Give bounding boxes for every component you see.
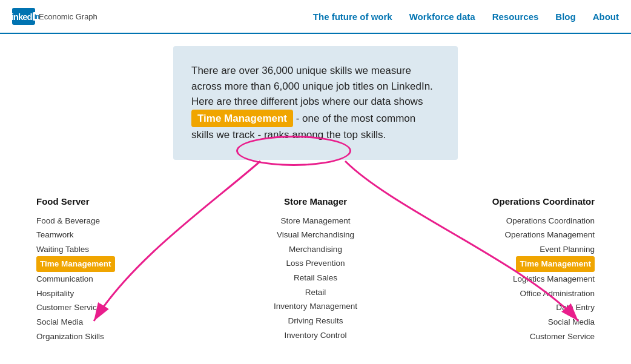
nav-link-workforce[interactable]: Workforce data [409, 12, 475, 22]
col-ops-coordinator-title: Operations Coordinator [474, 196, 595, 207]
list-item: Time Management [474, 256, 595, 272]
col-food-server-items: Food & BeverageTeamworkWaiting TablesTim… [36, 214, 157, 344]
list-item: Teamwork [36, 228, 157, 242]
info-box: There are over 36,000 unique skills we m… [173, 46, 458, 160]
main-content: There are over 36,000 unique skills we m… [0, 46, 631, 356]
list-item: Retail Sales [255, 271, 376, 285]
nav-link-about[interactable]: About [593, 12, 619, 22]
list-item: Data Entry [474, 300, 595, 315]
nav-links: The future of work Workforce data Resour… [313, 12, 619, 22]
info-text-before: There are over 36,000 unique skills we m… [191, 65, 433, 107]
col-ops-coordinator-items: Operations CoordinationOperations Manage… [474, 214, 595, 344]
nav-link-resources[interactable]: Resources [492, 12, 539, 22]
list-item: Operations Management [474, 228, 595, 242]
list-item: Customer Service [36, 300, 157, 315]
list-item: Visual Merchandising [255, 228, 376, 242]
linkedin-logo: Linkedin [12, 8, 35, 25]
list-item: Customer Service [474, 329, 595, 344]
col-ops-coordinator: Operations Coordinator Operations Coordi… [474, 196, 595, 344]
list-item: Waiting Tables [36, 242, 157, 257]
list-item: Office Administration [474, 286, 595, 301]
list-item: Retail [255, 285, 376, 300]
list-item: Event Planning [474, 242, 595, 257]
list-item: Hospitality [36, 286, 157, 301]
logo[interactable]: Linkedin Economic Graph [12, 8, 97, 25]
list-item: Social Media [474, 315, 595, 329]
list-item: Driving Results [255, 314, 376, 328]
navbar: Linkedin Economic Graph The future of wo… [0, 0, 631, 34]
list-item: Merchandising [255, 242, 376, 257]
col-store-manager-items: Store ManagementVisual MerchandisingMerc… [255, 214, 376, 343]
list-item: Loss Prevention [255, 256, 376, 271]
col-food-server-title: Food Server [36, 196, 157, 207]
col-store-manager: Store Manager Store ManagementVisual Mer… [255, 196, 376, 344]
list-item: Time Management [36, 256, 157, 272]
time-management-highlight: Time Management [191, 110, 293, 128]
list-item: Communication [36, 272, 157, 286]
list-item: Store Management [255, 214, 376, 228]
nav-link-blog[interactable]: Blog [555, 12, 575, 22]
list-item: Inventory Management [255, 299, 376, 314]
nav-link-future[interactable]: The future of work [313, 12, 392, 22]
job-columns: Food Server Food & BeverageTeamworkWaiti… [0, 178, 631, 344]
list-item: Organization Skills [36, 329, 157, 344]
list-item: Inventory Control [255, 328, 376, 343]
col-store-manager-title: Store Manager [255, 196, 376, 207]
brand-label: Economic Graph [39, 12, 97, 21]
list-item: Operations Coordination [474, 214, 595, 228]
list-item: Food & Beverage [36, 214, 157, 228]
col-food-server: Food Server Food & BeverageTeamworkWaiti… [36, 196, 157, 344]
list-item: Logistics Management [474, 272, 595, 286]
list-item: Social Media [36, 315, 157, 329]
